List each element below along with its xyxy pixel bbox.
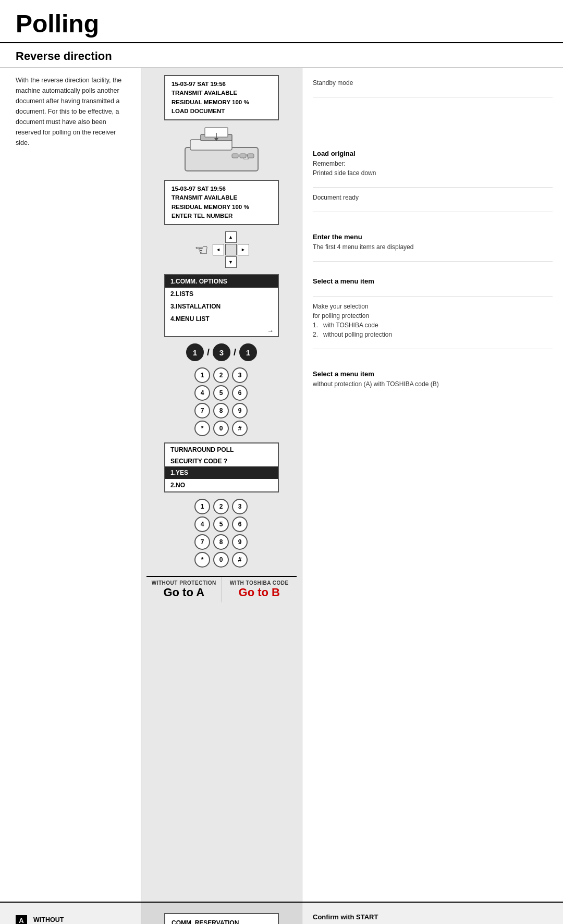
key2-9[interactable]: 9 [232, 534, 248, 550]
nav-down-button[interactable]: ▼ [225, 256, 237, 268]
key2-7[interactable]: 7 [194, 534, 210, 550]
page-title: Polling [0, 0, 563, 43]
right-load-original: Load original Remember:Printed side face… [313, 97, 553, 188]
poll-subtitle: SECURITY CODE ? [165, 456, 278, 466]
section-a-protection-label: WITHOUTPROTECTION [33, 915, 76, 924]
hand-pointer-icon: ☞ [194, 241, 209, 259]
key-7[interactable]: 7 [194, 403, 210, 418]
key2-star[interactable]: * [194, 552, 210, 568]
poll-item-no[interactable]: 2.NO [165, 479, 278, 491]
select-menu-title: Select a menu item [313, 277, 553, 285]
poll-protection-sub: Make your selectionfor polling protectio… [313, 302, 553, 339]
comm-reservation-title: COMM. RESERVATION [172, 918, 272, 924]
menu-footer-arrow: → [165, 325, 278, 336]
section-a-right-col: Confirm with START The document is read … [302, 903, 563, 924]
description-text: With the reverse direction facility, the… [16, 75, 130, 148]
key-2[interactable]: 2 [213, 367, 229, 383]
menu-item-3[interactable]: 3.INSTALLATION [165, 300, 278, 313]
key-8[interactable]: 8 [213, 403, 229, 418]
doc-loader-illustration: ☞ [175, 127, 268, 174]
select-sequence-row: 1 / 3 / 1 [186, 343, 257, 361]
keypad-1: 1 2 3 4 5 6 7 8 9 * 0 # [194, 367, 249, 436]
lcd-display-1: 15-03-97 SAT 19:56 TRANSMIT AVAILABLE RE… [164, 75, 279, 120]
goto-left-section: WITHOUT PROTECTION Go to A [146, 577, 222, 602]
right-select-menu2: Select a menu item without protection (A… [313, 349, 553, 398]
lcd-display-2: 15-03-97 SAT 19:56 TRANSMIT AVAILABLE RE… [164, 180, 279, 225]
right-enter-menu: Enter the menu The first 4 menu items ar… [313, 212, 553, 262]
nav-left-button[interactable]: ◄ [213, 244, 224, 255]
standby-label: Standby mode [313, 78, 553, 88]
section-a-center-col: COMM. RESERVATION RESIDUAL MEMORY 100 % … [141, 903, 302, 924]
svg-rect-7 [232, 154, 238, 158]
key-5[interactable]: 5 [213, 385, 229, 401]
key-6[interactable]: 6 [232, 385, 248, 401]
goto-a-button[interactable]: Go to A [149, 586, 219, 599]
section-a: A WITHOUTPROTECTION COMM. RESERVATION RE… [0, 902, 563, 924]
confirm-start-title: Confirm with START [313, 913, 553, 921]
right-standby: Standby mode [313, 73, 553, 97]
key-4[interactable]: 4 [194, 385, 210, 401]
a-badge: A [16, 915, 27, 924]
svg-rect-1 [190, 140, 232, 150]
key2-hash[interactable]: # [232, 552, 248, 568]
poll-item-yes[interactable]: 1.YES [165, 466, 278, 479]
select-slash-2: / [234, 347, 236, 358]
poll-title: TURNAROUND POLL [165, 443, 278, 456]
center-diagram-col: 15-03-97 SAT 19:56 TRANSMIT AVAILABLE RE… [141, 68, 302, 902]
doc-ready-label: Document ready [313, 193, 553, 202]
key2-2[interactable]: 2 [213, 499, 229, 514]
right-select-menu: Select a menu item [313, 262, 553, 297]
goto-row: WITHOUT PROTECTION Go to A WITH TOSHIBA … [146, 576, 297, 602]
key2-5[interactable]: 5 [213, 516, 229, 532]
nav-row: ☞ ▲ ◄ ► ▼ [146, 231, 297, 268]
menu-item-4[interactable]: 4.MENU LIST [165, 313, 278, 325]
select-key-1b: 1 [239, 343, 257, 361]
nav-right-button[interactable]: ► [238, 244, 249, 255]
key2-1[interactable]: 1 [194, 499, 210, 514]
menu-item-2[interactable]: 2.LISTS [165, 288, 278, 300]
section-header: Reverse direction [0, 43, 563, 68]
goto-right-section: WITH TOSHIBA CODE Go to B [222, 577, 297, 602]
key2-3[interactable]: 3 [232, 499, 248, 514]
left-description-col: With the reverse direction facility, the… [0, 68, 141, 902]
goto-label-left: WITHOUT PROTECTION [149, 580, 219, 586]
right-doc-ready: Document ready [313, 188, 553, 212]
key2-6[interactable]: 6 [232, 516, 248, 532]
goto-b-button[interactable]: Go to B [224, 586, 295, 599]
load-original-title: Load original [313, 150, 553, 157]
menu-item-1[interactable]: 1.COMM. OPTIONS [165, 275, 278, 288]
nav-center-button[interactable] [225, 244, 237, 255]
goto-label-right: WITH TOSHIBA CODE [224, 580, 295, 586]
key-star[interactable]: * [194, 421, 210, 436]
select-key-1: 1 [186, 343, 204, 361]
select-key-3: 3 [213, 343, 230, 361]
enter-menu-sub: The first 4 menu items are displayed [313, 242, 553, 252]
nav-arrow-widget[interactable]: ▲ ◄ ► ▼ [213, 231, 249, 268]
select-menu2-title: Select a menu item [313, 370, 553, 378]
key-3[interactable]: 3 [232, 367, 248, 383]
select-slash-1: / [207, 347, 210, 358]
select-menu2-sub: without protection (A) with TOSHIBA code… [313, 379, 553, 389]
poll-box: TURNAROUND POLL SECURITY CODE ? 1.YES 2.… [164, 442, 279, 492]
menu-box: 1.COMM. OPTIONS 2.LISTS 3.INSTALLATION 4… [164, 274, 279, 337]
keypad-2: 1 2 3 4 5 6 7 8 9 * 0 # [194, 499, 249, 568]
nav-up-button[interactable]: ▲ [225, 231, 237, 243]
key2-4[interactable]: 4 [194, 516, 210, 532]
section-a-label-col: A WITHOUTPROTECTION [0, 903, 141, 924]
key-0[interactable]: 0 [213, 421, 229, 436]
svg-rect-9 [248, 154, 254, 158]
key2-0[interactable]: 0 [213, 552, 229, 568]
load-original-sub: Remember:Printed side face down [313, 159, 553, 178]
enter-menu-title: Enter the menu [313, 233, 553, 241]
key-hash[interactable]: # [232, 421, 248, 436]
key-1[interactable]: 1 [194, 367, 210, 383]
comm-reservation-box: COMM. RESERVATION RESIDUAL MEMORY 100 % … [164, 913, 279, 924]
key2-8[interactable]: 8 [213, 534, 229, 550]
svg-rect-8 [240, 154, 246, 158]
key-9[interactable]: 9 [232, 403, 248, 418]
right-poll-protection: Make your selectionfor polling protectio… [313, 297, 553, 349]
right-instructions-col: Standby mode Load original Remember:Prin… [302, 68, 563, 902]
